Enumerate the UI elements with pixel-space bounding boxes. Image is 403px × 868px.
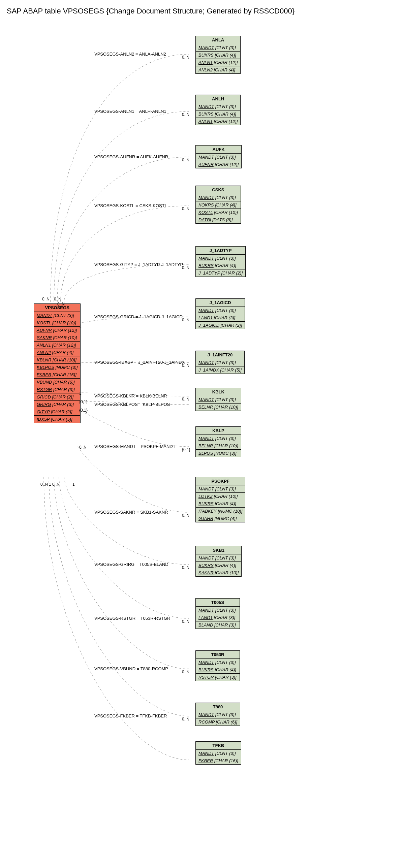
target-table-j1adtyp: J_1ADTYPMANDT [CLNT (3)]BUKRS [CHAR (4)]… — [195, 246, 246, 277]
cardinality-label: {0,1} — [79, 400, 88, 404]
table-field: J_1AINDX [CHAR (5)] — [196, 367, 244, 374]
cardinality-label: 0..N — [52, 482, 60, 487]
table-header: T880 — [196, 703, 240, 711]
table-field: BUKRS [CHAR (4)] — [196, 666, 240, 674]
relationship-label: VPSOSEGS-VBUND = T880-RCOMP — [94, 666, 168, 671]
cardinality-label: 1 — [79, 391, 82, 396]
target-table-kblk: KBLKMANDT [CLNT (3)]BELNR [CHAR (10)] — [195, 388, 241, 411]
target-table-t053r: T053RMANDT [CLNT (3)]BUKRS [CHAR (4)]RST… — [195, 650, 240, 681]
target-table-skb1: SKB1MANDT [CLNT (3)]BUKRS [CHAR (4)]SAKN… — [195, 546, 242, 577]
table-field: RSTGR [CHAR (3)] — [34, 386, 80, 394]
table-field: LAND1 [CHAR (3)] — [196, 614, 240, 621]
table-field: KOSTL [CHAR (10)] — [196, 209, 241, 216]
cardinality-label: 0..N — [54, 297, 61, 302]
table-field: MANDT [CLNT (3)] — [34, 312, 80, 319]
target-table-j1agicd: J_1AGICDMANDT [CLNT (3)]LAND1 [CHAR (3)]… — [195, 299, 245, 329]
table-field: SAKNR [CHAR (10)] — [34, 334, 80, 342]
table-field: GITYP [CHAR (2)] — [34, 408, 80, 416]
cardinality-label: 0..N — [57, 302, 65, 307]
relationship-label: VPSOSEGS-FKBER = TFKB-FKBER — [94, 713, 167, 718]
table-header: TFKB — [196, 742, 241, 750]
table-field: GRICD [CHAR (2)] — [34, 394, 80, 401]
relationship-label: VPSOSEGS-SAKNR = SKB1-SAKNR — [94, 509, 168, 515]
relationship-label: VPSOSEGS-KOSTL = CSKS-KOSTL — [94, 203, 167, 208]
table-field: MANDT [CLNT (3)] — [196, 711, 240, 718]
table-field: DATBI [DATS (8)] — [196, 216, 241, 223]
table-field: J_1ADTYP [CHAR (2)] — [196, 270, 245, 277]
cardinality-label: 0..N — [182, 397, 189, 402]
table-field: RSTGR [CHAR (3)] — [196, 674, 240, 681]
table-field: GJAHR [NUMC (4)] — [196, 515, 245, 522]
table-field: MANDT [CLNT (3)] — [196, 194, 241, 202]
cardinality-label: 0..N — [182, 112, 189, 117]
relationship-label: VPSOSEGS-GRICD = J_1AGICD-J_1AGICD — [94, 314, 183, 319]
target-table-aufk: AUFKMANDT [CLNT (3)]AUFNR [CHAR (12)] — [195, 145, 242, 168]
cardinality-label: 0..N — [79, 445, 87, 450]
relationship-label: VPSOSEGS-IDXSP = J_1AINFT20-J_1AINDX — [94, 360, 185, 365]
table-field: ITABKEY [NUMC (10)] — [196, 507, 245, 515]
relationship-label: VPSOSEGS-ANLN1 = ANLH-ANLN1 — [94, 109, 166, 114]
table-header: PSOKPF — [196, 477, 245, 485]
table-field: LAND1 [CHAR (3)] — [196, 314, 245, 322]
table-header: CSKS — [196, 186, 241, 194]
cardinality-label: 0..N — [182, 670, 189, 674]
table-header: J_1AINFT20 — [196, 351, 244, 359]
cardinality-label: 0..N — [182, 363, 189, 368]
table-field: ANLN2 [CHAR (4)] — [196, 66, 240, 73]
table-header: ANLA — [196, 36, 240, 44]
table-field: BELNR [CHAR (10)] — [196, 404, 241, 411]
cardinality-label: 0..N — [182, 717, 189, 721]
table-field: BUKRS [CHAR (4)] — [196, 52, 240, 59]
table-header: ANLH — [196, 95, 240, 103]
relationship-label: VPSOSEGS-ANLN2 = ANLA-ANLN2 — [94, 52, 166, 57]
target-table-tfkb: TFKBMANDT [CLNT (3)]FKBER [CHAR (16)] — [195, 741, 241, 765]
table-field: KOSTL [CHAR (10)] — [34, 319, 80, 327]
table-field: ANLN1 [CHAR (12)] — [34, 342, 80, 349]
cardinality-label: 0..N — [40, 482, 48, 487]
relationship-label: VPSOSEGS-AUFNR = AUFK-AUFNR — [94, 154, 168, 159]
table-field: BUKRS [CHAR (4)] — [196, 500, 245, 507]
target-table-psokpf: PSOKPFMANDT [CLNT (3)]LOTKZ [CHAR (10)]B… — [195, 477, 245, 522]
target-table-kblp: KBLPMANDT [CLNT (3)]BELNR [CHAR (10)]BLP… — [195, 427, 241, 457]
table-field: KBLPOS [NUMC (3)] — [34, 364, 80, 371]
cardinality-label: 1 — [79, 324, 82, 329]
table-field: ANLN1 [CHAR (12)] — [196, 59, 240, 66]
relationship-label: VPSOSEGS-RSTGR = T053R-RSTGR — [94, 616, 170, 621]
table-field: FKBER [CHAR (16)] — [34, 371, 80, 379]
cardinality-label: 0..N — [182, 55, 189, 60]
table-field: IDXSP [CHAR (5)] — [34, 416, 80, 423]
table-field: BLAND [CHAR (3)] — [196, 621, 240, 628]
er-diagram: VPSOSEGSMANDT [CLNT (3)]KOSTL [CHAR (10)… — [7, 22, 396, 858]
table-field: BLPOS [NUMC (3)] — [196, 450, 241, 457]
table-field: GRIRG [CHAR (3)] — [34, 401, 80, 408]
table-field: FKBER [CHAR (16)] — [196, 757, 241, 764]
cardinality-label: 0..N — [182, 619, 189, 624]
cardinality-label: {0,1} — [182, 447, 190, 452]
table-field: LOTKZ [CHAR (10)] — [196, 493, 245, 500]
table-field: MANDT [CLNT (3)] — [196, 607, 240, 614]
table-header: AUFK — [196, 146, 241, 154]
table-field: SAKNR [CHAR (10)] — [196, 569, 241, 576]
cardinality-label: {0,1} — [79, 408, 88, 413]
table-field: MANDT [CLNT (3)] — [196, 659, 240, 666]
table-field: MANDT [CLNT (3)] — [196, 255, 245, 262]
table-field: MANDT [CLNT (3)] — [196, 103, 240, 111]
target-table-anlh: ANLHMANDT [CLNT (3)]BUKRS [CHAR (4)]ANLN… — [195, 95, 241, 125]
table-field: MANDT [CLNT (3)] — [196, 359, 244, 367]
table-field: MANDT [CLNT (3)] — [196, 307, 245, 314]
table-field: BUKRS [CHAR (4)] — [196, 562, 241, 569]
table-field: BUKRS [CHAR (4)] — [196, 111, 240, 118]
table-header: T053R — [196, 651, 240, 659]
cardinality-label: 0..N — [42, 297, 50, 302]
table-field: MANDT [CLNT (3)] — [196, 750, 241, 757]
table-field: MANDT [CLNT (3)] — [196, 435, 241, 442]
table-field: RCOMP [CHAR (6)] — [196, 718, 240, 725]
cardinality-label: 1 — [79, 363, 82, 367]
cardinality-label: 0..N — [182, 266, 189, 270]
relationship-label: VPSOSEGS-KBLPOS = KBLP-BLPOS — [94, 402, 170, 407]
table-header: SKB1 — [196, 546, 241, 554]
table-field: MANDT [CLNT (3)] — [196, 396, 241, 404]
source-table-vpsosegs: VPSOSEGSMANDT [CLNT (3)]KOSTL [CHAR (10)… — [34, 304, 81, 423]
table-field: VBUND [CHAR (6)] — [34, 379, 80, 386]
table-field: J_1AGICD [CHAR (2)] — [196, 322, 245, 329]
